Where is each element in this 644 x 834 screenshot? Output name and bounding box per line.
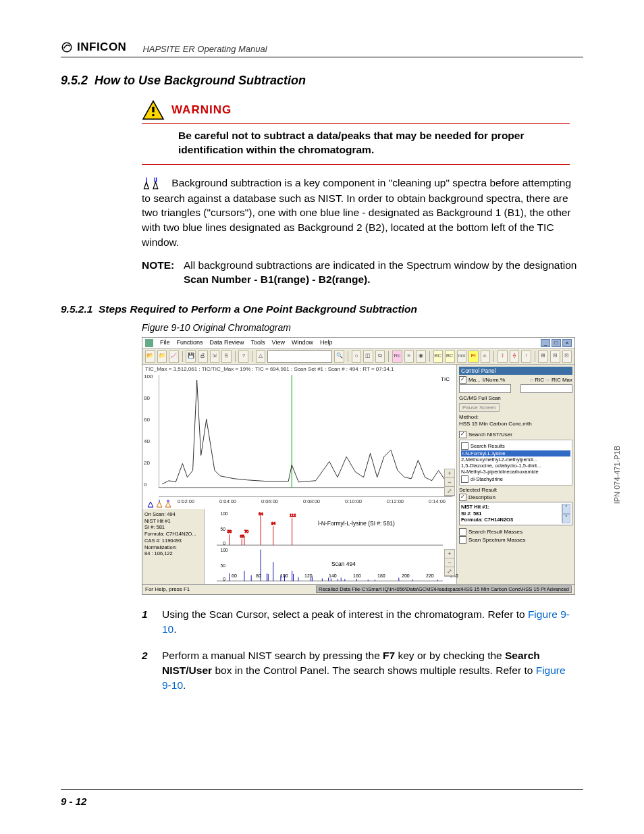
svg-text:100: 100 [221, 511, 228, 516]
tb-dropdown[interactable] [267, 350, 332, 363]
tb-l-icon[interactable]: ⟟ [498, 350, 508, 363]
tb-o-icon[interactable]: ⊞ [538, 350, 548, 363]
zoom-in-icon[interactable]: + [445, 550, 454, 558]
spectrum-plots[interactable]: 100500 56 68 70 84 94 112 [217, 511, 443, 577]
tb-print-icon[interactable]: 🖨 [198, 350, 208, 363]
tb-i-icon[interactable]: nm [457, 350, 467, 363]
window-controls: _ □ × [541, 339, 572, 347]
menu-file[interactable]: File [160, 339, 170, 347]
tb-save-icon[interactable]: 💾 [186, 350, 196, 363]
svg-point-3 [152, 114, 155, 117]
menu-window[interactable]: Window [292, 339, 313, 347]
tb-zoom-icon[interactable]: 🔍 [334, 350, 344, 363]
tb-e-icon[interactable]: ≡ [404, 350, 414, 363]
zoom-out-icon[interactable]: − [445, 478, 454, 487]
chk-search-nist[interactable]: ✓ [459, 431, 466, 438]
tb-j-icon[interactable]: Fr [468, 350, 479, 363]
chk-result-masses[interactable] [459, 528, 466, 536]
step-2: 2 Perform a manual NIST search by pressi… [142, 648, 576, 692]
figure-screenshot: File Functions Data Review Tools View Wi… [142, 337, 575, 595]
scan-cursor-icon[interactable] [146, 500, 155, 508]
svg-text:50: 50 [221, 563, 226, 568]
svg-text:84: 84 [259, 511, 263, 515]
tb-b-icon[interactable]: ◫ [363, 350, 373, 363]
tb-m-icon[interactable]: ⟠ [510, 350, 520, 363]
result-row-3[interactable]: 1,5-Diazocine, octahydro-1,5-dinit... [461, 463, 570, 469]
scan-spectrum-title: Scan 494 [331, 561, 356, 567]
xtick: 0:04:00 [219, 498, 236, 504]
tb-help-icon[interactable]: ? [238, 350, 248, 363]
xtick: 0:08:00 [303, 498, 320, 504]
ytick: 80 [144, 395, 150, 401]
tb-q-icon[interactable]: ⊡ [562, 350, 572, 363]
b2-cursor-icon[interactable] [164, 500, 172, 508]
cursor-triangles-icon [142, 176, 165, 191]
svg-marker-5 [144, 182, 149, 188]
menu-help[interactable]: Help [320, 339, 333, 347]
tb-open-icon[interactable]: 📂 [145, 350, 155, 363]
field-1[interactable] [459, 384, 511, 393]
field-2[interactable] [520, 384, 572, 393]
result-row-4[interactable]: N-Methyl-3-piperidinecarboxamide [461, 469, 570, 475]
svg-text:112: 112 [290, 513, 296, 517]
maximize-icon[interactable]: □ [552, 339, 561, 347]
tic-zoom-controls[interactable]: +−⤢ [444, 469, 455, 496]
svg-marker-17 [165, 502, 171, 507]
result-row-5[interactable]: dl-Stachydrine [471, 476, 503, 482]
page-footer: 9 - 12 [61, 789, 583, 807]
manual-title: HAPSITE ER Operating Manual [142, 44, 267, 54]
chk-spectrum-masses[interactable] [459, 536, 466, 544]
tb-copy-icon[interactable]: ⎘ [221, 350, 232, 363]
spec-zoom-controls[interactable]: +−⤢ [444, 549, 455, 577]
zoom-reset-icon[interactable]: ⤢ [445, 487, 454, 496]
tb-chart-icon[interactable]: 📈 [169, 350, 179, 363]
chk-search-results[interactable] [461, 442, 468, 450]
tic-plot[interactable]: 100 80 60 40 20 0 TIC 0:02:00 0:04:00 [159, 375, 452, 497]
menu-view[interactable]: View [272, 339, 285, 347]
ytick: 20 [144, 460, 150, 466]
menu-data-review[interactable]: Data Review [210, 339, 244, 347]
tb-a-icon[interactable]: ⌂ [352, 350, 362, 363]
tb-f-icon[interactable]: ◉ [416, 350, 426, 363]
zoom-reset-icon[interactable]: ⤢ [445, 567, 454, 576]
tb-cursor-icon[interactable]: △ [256, 350, 266, 363]
search-nist-label: Search NIST/User [468, 432, 512, 438]
tb-d-icon[interactable]: Rc [392, 350, 402, 363]
tb-open2-icon[interactable]: 📁 [157, 350, 167, 363]
result-row-1[interactable]: l-N-Formyl-L-lysine [461, 450, 570, 457]
tb-p-icon[interactable]: ⊟ [550, 350, 560, 363]
tb-n-icon[interactable]: ↑ [521, 350, 531, 363]
status-left: For Help, press F1 [145, 586, 190, 592]
step-number: 2 [142, 648, 153, 692]
menu-tools[interactable]: Tools [251, 339, 265, 347]
zoom-out-icon[interactable]: − [445, 558, 454, 567]
result-scrollbar[interactable]: ˄˅ [562, 504, 570, 523]
tb-g-icon[interactable]: BC [433, 350, 444, 363]
chk-max[interactable]: ✓ [459, 376, 466, 384]
zoom-in-icon[interactable]: + [445, 469, 454, 478]
svg-point-0 [62, 43, 72, 52]
status-right: Recalled Data File-C:\Smart IQ\IrH056\Da… [316, 585, 572, 593]
pause-screen-button[interactable]: Pause Screen [459, 403, 500, 412]
scroll-up-icon[interactable]: ˄ [562, 504, 570, 514]
svg-text:100: 100 [221, 548, 228, 552]
warning-triangle-icon [142, 100, 165, 120]
chk-r5[interactable] [461, 475, 468, 483]
subsection-heading: 9.5.2.1 Steps Required to Perform a One … [61, 303, 583, 315]
scroll-down-icon[interactable]: ˅ [562, 514, 570, 524]
note-row: NOTE: All background subtractions are in… [142, 258, 583, 287]
ytick: 40 [144, 438, 150, 444]
chk-description[interactable]: ✓ [459, 494, 466, 501]
tb-k-icon[interactable]: ⎌ [481, 350, 491, 363]
menu-functions[interactable]: Functions [177, 339, 203, 347]
tb-export-icon[interactable]: ⇲ [210, 350, 220, 363]
close-icon[interactable]: × [562, 339, 572, 347]
method-value: HSS 15 Min Carbon Conc.mth [459, 421, 532, 427]
control-panel-header[interactable]: Control Panel [459, 367, 572, 375]
note-text: All background subtractions are indicate… [184, 258, 583, 287]
result-row-2[interactable]: 2-Methoxymethyl-2-methylperidi... [461, 457, 570, 463]
minimize-icon[interactable]: _ [541, 339, 550, 347]
tb-c-icon[interactable]: ⧉ [375, 350, 385, 363]
tb-h-icon[interactable]: BC [445, 350, 455, 363]
b1-cursor-icon[interactable] [155, 500, 163, 508]
